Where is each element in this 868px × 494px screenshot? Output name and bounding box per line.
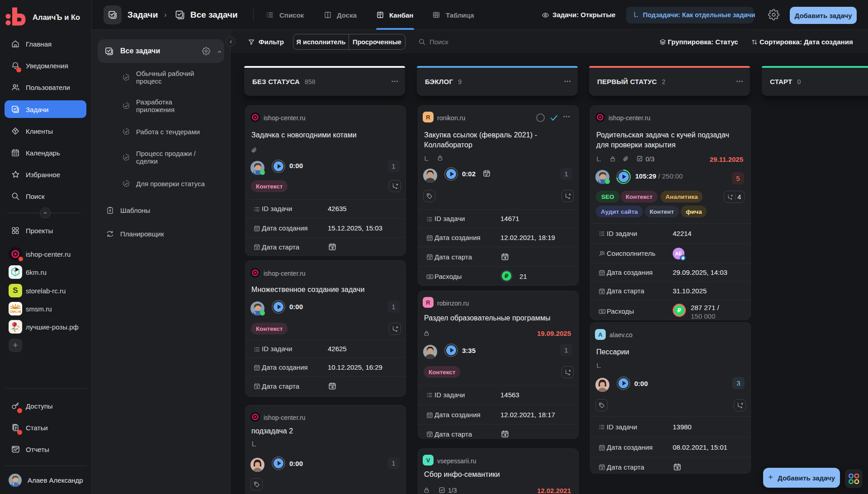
svg-text:СМС-М: СМС-М (9, 310, 21, 314)
svg-text:6: 6 (14, 268, 17, 273)
svg-text:tt: tt (16, 273, 18, 275)
